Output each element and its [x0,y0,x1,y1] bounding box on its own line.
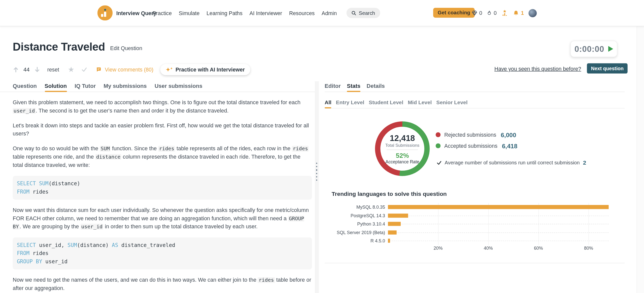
inline-code: user_id [80,224,103,230]
rejected-label: Rejected submissions [444,132,496,138]
accepted-value: 6,418 [502,142,517,149]
code-line: FROM rides [17,249,308,258]
left-panel-tabs: QuestionSolutionIQ TutorMy submissionsUs… [0,82,315,92]
submissions-donut-chart: 12,418 Total Submissions 52% Acceptance … [374,120,431,177]
streak-count: 0 [494,10,497,16]
trending-languages-title: Trending languages to solve this questio… [332,191,447,197]
gem-counter[interactable]: 0 [471,10,482,16]
tab-editor[interactable]: Editor [325,83,341,92]
level-tab-senior-level[interactable]: Senior Level [436,99,467,108]
bar-label: R 4.5.0 [332,238,388,243]
arrow-up-icon [13,66,19,73]
user-avatar[interactable] [528,9,537,17]
tab-user-submissions[interactable]: User submissions [155,83,202,92]
code-line: GROUP BY user_id [17,258,308,266]
nav-item-ai-interviewer[interactable]: AI Interviewer [250,10,282,16]
legend-accepted-row: Accepted submissions 6,418 [436,142,518,150]
bar-row-sql-server-2019-beta: SQL Server 2019 (Beta) [332,228,615,236]
get-coaching-button[interactable]: Get coaching [433,8,475,18]
bar-label: MySQL 8.0.35 [332,205,388,210]
tab-my-submissions[interactable]: My submissions [104,83,147,92]
total-submissions-value: 12,418 [390,133,415,142]
nav-item-simulate[interactable]: Simulate [179,10,200,16]
ai-interviewer-label: Practice with AI Interviewer [176,66,245,72]
seen-before-link[interactable]: Have you seen this question before? [494,66,581,72]
x-axis-tick: 20% [434,246,443,251]
level-tab-entry-level[interactable]: Entry Level [336,99,364,108]
inline-code: rides [158,146,175,152]
level-tab-mid-level[interactable]: Mid Level [408,99,432,108]
tab-stats[interactable]: Stats [347,83,360,92]
practice-ai-interviewer-button[interactable]: ✦✦ Practice with AI Interviewer [160,64,250,75]
play-icon[interactable] [608,46,613,52]
average-label: Average number of submissions run until … [445,160,580,166]
search-button[interactable]: Search [347,8,380,18]
level-tab-student-level[interactable]: Student Level [369,99,403,108]
downvote-button[interactable] [34,66,40,73]
next-question-button[interactable]: Next question [587,63,628,74]
page-scrollbar[interactable] [637,0,644,293]
average-check-icon [436,160,442,165]
bar-label: SQL Server 2019 (Beta) [332,230,388,235]
rejected-dot-icon [436,132,441,137]
search-icon [351,11,356,16]
tab-details[interactable]: Details [367,83,385,92]
check-icon [81,66,88,72]
timer-widget[interactable]: 0:00:00 [570,41,617,57]
page-title: Distance Traveled [13,41,105,54]
mark-complete-button[interactable] [81,66,88,72]
x-axis-tick: 60% [534,246,543,251]
bar-label: Python 3.10.4 [332,222,388,227]
donut-center: 12,418 Total Submissions 52% Acceptance … [374,120,431,177]
upvote-button[interactable] [13,66,19,73]
notifications[interactable]: 1 [513,10,524,16]
brand-name: Interview Query [116,10,156,16]
bar-row-postgresql-14-3: PostgreSQL 14.3 [332,211,615,220]
solution-paragraph: Given this problem statement, we need to… [13,99,312,115]
leaderboard-indicator[interactable] [501,9,509,17]
arrow-down-icon [34,66,40,73]
bar-row-python-3-10-4: Python 3.10.4 [332,220,615,228]
panel-divider [315,81,319,293]
question-action-bar: 44 reset ★ View comments (80) ✦✦ Practic… [13,64,250,75]
inline-code: rides [258,277,275,283]
sparkles-icon: ✦✦ [166,67,173,72]
edit-question-link[interactable]: Edit Question [110,45,142,51]
bar-row-mysql-8-0-35: MySQL 8.0.35 [332,203,615,211]
donut-legend: Rejected submissions 6,000 Accepted subm… [436,131,518,150]
top-navbar: Interview Query PracticeSimulateLearning… [0,0,644,26]
nav-item-resources[interactable]: Resources [289,10,315,16]
inline-code: rides [292,146,309,152]
average-value: 2 [583,159,586,166]
nav-item-admin[interactable]: Admin [322,10,337,16]
panel-resize-handle[interactable] [316,163,317,181]
legend-rejected-row: Rejected submissions 6,000 [436,131,518,139]
accepted-dot-icon [436,143,441,148]
stats-level-tabs: AllEntry LevelStudent LevelMid LevelSeni… [325,99,625,108]
solution-content: Given this problem statement, we need to… [13,99,312,293]
view-comments-link[interactable]: View comments (80) [96,66,153,72]
bar-value [388,222,400,226]
bookmark-star-icon[interactable]: ★ [68,66,74,73]
tab-question[interactable]: Question [13,83,37,92]
solution-paragraph: One way to do so would be with the SUM f… [13,144,312,169]
sql-code-block: SELECT SUM(distance)FROM rides [13,176,312,200]
nav-item-learning-paths[interactable]: Learning Paths [207,10,243,16]
nav-item-practice[interactable]: Practice [152,10,172,16]
browser-page: Interview Query PracticeSimulateLearning… [0,0,644,293]
tab-iq-tutor[interactable]: IQ Tutor [75,83,96,92]
bar-value [388,205,608,209]
reset-link[interactable]: reset [47,66,59,72]
gem-count: 0 [479,10,482,16]
bar-value [388,239,390,243]
streak-counter[interactable]: 0 [487,10,497,16]
sql-code-block: SELECT user_id, SUM(distance) AS distanc… [13,237,312,269]
stats-bottom-border [325,263,625,263]
tab-solution[interactable]: Solution [45,83,67,92]
interview-query-logo-icon[interactable] [97,5,113,20]
inline-code: SUM [100,146,111,152]
x-axis-tick: 40% [484,246,493,251]
level-tab-all[interactable]: All [325,99,331,108]
bar-chart-x-axis: 20%40%60%80% [388,246,608,251]
bar-value [388,213,408,217]
